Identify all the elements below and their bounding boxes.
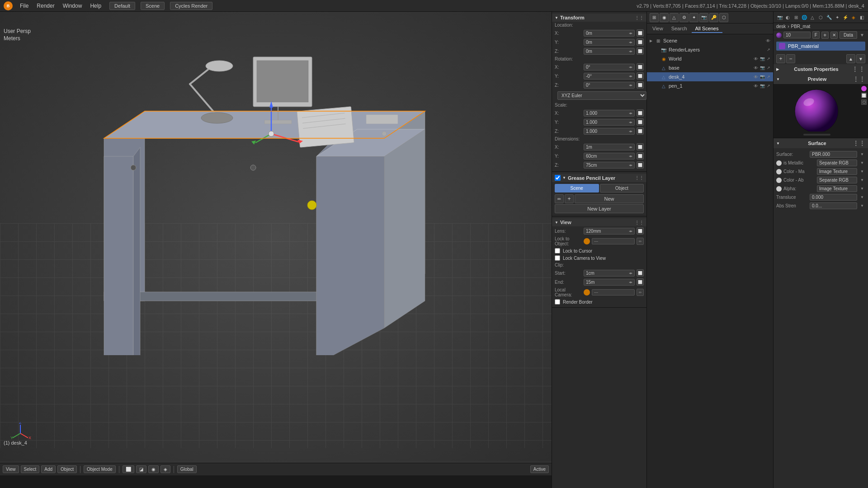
outliner-icon-3[interactable]: △ (670, 13, 679, 22)
render-border-cb[interactable] (555, 299, 560, 305)
world-render[interactable]: 📷 (760, 56, 765, 61)
preview-sphere-btn[interactable] (861, 86, 867, 91)
surface-value-field[interactable]: PBR.000 (810, 151, 857, 158)
transluce-value[interactable]: 0.000 (810, 194, 857, 201)
base-eye[interactable]: 👁 (754, 66, 758, 70)
tree-desk4[interactable]: ▶ △ desk_4 👁 📷 ↗ (647, 72, 773, 81)
view-menu-btn[interactable]: View (3, 465, 19, 473)
outliner-icon-7[interactable]: 🔑 (709, 13, 718, 22)
tree-pen1[interactable]: ▶ △ pen_1 👁 📷 ↗ (647, 81, 773, 90)
lens-field[interactable]: 120mm ◂▸ (584, 228, 635, 235)
local-cam-color[interactable] (584, 289, 590, 296)
lock-camera-cb[interactable] (555, 255, 560, 261)
outliner-icon-4[interactable]: ⚙ (679, 13, 689, 22)
lock-obj-field[interactable]: — (592, 238, 635, 244)
abs-stren-value[interactable]: 0.0... (810, 202, 857, 209)
pen1-eye[interactable]: 👁 (754, 84, 758, 89)
scale-y-copy[interactable]: ⬜ (637, 118, 644, 126)
outliner-icon-8[interactable]: ⬡ (719, 13, 728, 22)
local-cam-edit[interactable]: ✏ (637, 289, 644, 296)
surface-arrow[interactable]: ▼ (859, 151, 865, 158)
loc-y-field[interactable]: 0m ◂▸ (584, 39, 635, 46)
transluce-arrow[interactable]: ▼ (859, 194, 865, 201)
scale-x-field[interactable]: 1.000 ◂▸ (584, 110, 635, 117)
tree-base[interactable]: ▶ △ base 👁 📷 ↗ (647, 63, 773, 72)
world-select[interactable]: ↗ (767, 56, 770, 61)
outliner-tab-view[interactable]: View (649, 25, 667, 33)
loc-z-copy[interactable]: ⬜ (637, 47, 644, 55)
render-active-btn[interactable]: Active (530, 465, 549, 473)
transform-header[interactable]: ▼ Transform ⋮⋮ (552, 14, 646, 22)
rot-y-field[interactable]: -0° ◂▸ (584, 73, 635, 80)
outliner-icon-6[interactable]: 📷 (699, 13, 708, 22)
alpha-value[interactable]: Image Texture (817, 185, 857, 192)
rot-x-field[interactable]: 0° ◂▸ (584, 64, 635, 70)
mat-item-pbr[interactable]: PBR_material (776, 42, 865, 51)
rl-link[interactable]: ↗ (767, 47, 770, 52)
clip-end-copy[interactable]: ⬜ (637, 278, 644, 286)
lock-obj-edit[interactable]: ✏ (637, 238, 644, 245)
rot-z-field[interactable]: 0° ◂▸ (584, 82, 635, 89)
menu-file[interactable]: File (16, 2, 32, 10)
viewport[interactable]: User Persp Meters X Y Z (1) desk_4 View … (0, 12, 552, 475)
pen1-render[interactable]: 📷 (760, 84, 765, 89)
outliner-icon-5[interactable]: ✦ (689, 13, 698, 22)
lock-obj-color[interactable] (584, 238, 590, 244)
gp-pencil-btn[interactable]: ✏ (555, 194, 564, 203)
scale-x-copy[interactable]: ⬜ (637, 109, 644, 117)
material-btn[interactable]: ◉ (148, 465, 159, 473)
scale-y-field[interactable]: 1.000 ◂▸ (584, 119, 635, 126)
dim-y-field[interactable]: 60cm ◂▸ (584, 153, 635, 160)
menu-help[interactable]: Help (86, 2, 105, 10)
outliner-tab-all-scenes[interactable]: All Scenes (692, 25, 722, 33)
gp-scene-tab[interactable]: Scene (555, 184, 599, 192)
loc-x-field[interactable]: 0m ◂▸ (584, 30, 635, 37)
select-menu-btn[interactable]: Select (21, 465, 40, 473)
loc-x-copy[interactable]: ⬜ (637, 29, 644, 37)
tree-renderlayers[interactable]: ▶ 📷 RenderLayers ↗ (647, 45, 773, 54)
grease-pencil-header[interactable]: ▼ Grease Pencil Layer ⋮⋮ (552, 174, 646, 182)
metallic-arrow[interactable]: ▼ (859, 160, 865, 166)
mat-icon-particle[interactable]: ✦ (834, 13, 840, 21)
scene-selector[interactable]: Scene (141, 2, 165, 10)
view-header[interactable]: ▼ View ⋮⋮ (552, 218, 646, 226)
mode-selector[interactable]: Object Mode (84, 465, 116, 473)
desk4-render[interactable]: 📷 (760, 75, 765, 80)
mat-icon-camera[interactable]: 📷 (776, 13, 783, 21)
mat-icon-physics[interactable]: ⚡ (842, 13, 849, 21)
rot-y-copy[interactable]: ⬜ (637, 72, 644, 80)
bc-desk[interactable]: desk (776, 24, 786, 29)
mat-icon-render[interactable]: ◐ (784, 13, 791, 21)
world-eye[interactable]: 👁 (754, 56, 758, 61)
mat-icon-scene[interactable]: ⊞ (793, 13, 799, 21)
mat-up-btn[interactable]: ▲ (846, 54, 855, 63)
mat-remove-slot[interactable]: − (786, 54, 795, 63)
desk4-select[interactable]: ↗ (767, 75, 770, 80)
tree-world[interactable]: ▶ ◉ World 👁 📷 ↗ (647, 54, 773, 63)
mat-icon-material[interactable]: ◈ (850, 13, 857, 21)
is-metallic-value[interactable]: Separate RGB (817, 160, 857, 166)
solid-btn[interactable]: ◪ (136, 465, 146, 473)
preview-flat-btn[interactable]: ⬜ (861, 93, 867, 98)
rot-x-copy[interactable]: ⬜ (637, 63, 644, 70)
mat-icon-texture[interactable]: ◧ (859, 13, 865, 21)
dim-x-copy[interactable]: ⬜ (637, 143, 644, 150)
surface-header[interactable]: ▼ Surface ⋮⋮ (774, 138, 868, 148)
mat-icon-object[interactable]: △ (809, 13, 816, 21)
rot-z-copy[interactable]: ⬜ (637, 81, 644, 89)
viewport-canvas[interactable]: User Persp Meters X Y Z (1) desk_4 (0, 12, 552, 462)
custom-props-header[interactable]: ▶ Custom Properties ⋮⋮ (774, 64, 868, 74)
clip-end-field[interactable]: 15m ◂▸ (584, 279, 635, 286)
local-cam-field[interactable]: — (592, 289, 635, 296)
rotation-mode-select[interactable]: XYZ Euler (557, 91, 646, 100)
gp-object-tab[interactable]: Object (600, 184, 644, 192)
render-btn[interactable]: ◈ (160, 465, 170, 473)
scale-z-copy[interactable]: ⬜ (637, 127, 644, 135)
outliner-icon-2[interactable]: ◉ (660, 13, 669, 22)
global-local-btn[interactable]: Global (177, 465, 197, 473)
dim-z-field[interactable]: 75cm ◂▸ (584, 162, 635, 169)
preview-cube-btn[interactable]: ⬡ (861, 99, 867, 105)
workspace-selector[interactable]: Default (109, 2, 135, 10)
outliner-icon-1[interactable]: ⊞ (650, 13, 659, 22)
loc-z-field[interactable]: 0m ◂▸ (584, 48, 635, 55)
